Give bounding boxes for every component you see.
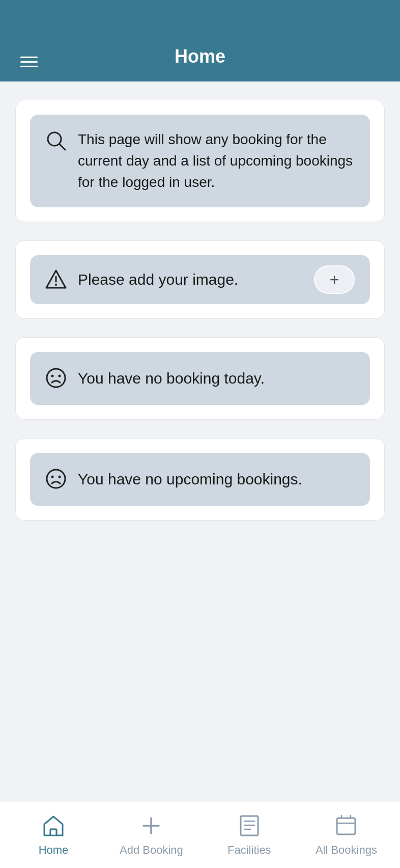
info-box: This page will show any booking for the … — [30, 115, 370, 207]
plus-icon: + — [330, 270, 339, 289]
all-bookings-icon — [334, 814, 358, 839]
home-nav-label: Home — [39, 844, 69, 857]
all-bookings-nav-label: All Bookings — [316, 844, 377, 857]
svg-point-4 — [55, 284, 57, 286]
upcoming-card-text: You have no upcoming bookings. — [78, 471, 302, 488]
home-icon — [42, 814, 65, 839]
svg-rect-11 — [50, 829, 56, 835]
main-content: This page will show any booking for the … — [0, 82, 400, 802]
image-box: Please add your image. + — [30, 255, 370, 304]
svg-point-9 — [51, 476, 54, 478]
page-title: Home — [175, 46, 225, 67]
header: Home — [0, 0, 400, 82]
alert-icon — [45, 268, 67, 292]
search-icon — [45, 130, 67, 153]
add-booking-icon — [139, 814, 163, 839]
svg-point-6 — [51, 375, 54, 377]
svg-point-8 — [47, 470, 65, 488]
svg-point-10 — [59, 476, 61, 478]
bottom-navigation: Home Add Booking Facilities — [0, 802, 400, 868]
facilities-nav-label: Facilities — [227, 844, 271, 857]
nav-item-add-booking[interactable]: Add Booking — [120, 814, 183, 857]
upcoming-box: You have no upcoming bookings. — [30, 453, 370, 506]
today-card: You have no booking today. — [15, 337, 385, 420]
facilities-icon — [238, 814, 261, 839]
nav-item-all-bookings[interactable]: All Bookings — [316, 814, 377, 857]
svg-point-7 — [59, 375, 61, 377]
info-card-text: This page will show any booking for the … — [78, 129, 355, 193]
image-card: Please add your image. + — [15, 240, 385, 319]
info-card: This page will show any booking for the … — [15, 100, 385, 222]
svg-rect-18 — [337, 818, 355, 834]
sad-icon-upcoming — [45, 468, 67, 492]
nav-item-facilities[interactable]: Facilities — [219, 814, 280, 857]
svg-point-5 — [47, 369, 65, 387]
menu-button[interactable] — [20, 57, 38, 67]
today-card-text: You have no booking today. — [78, 370, 265, 387]
today-box: You have no booking today. — [30, 352, 370, 405]
add-booking-nav-label: Add Booking — [120, 844, 183, 857]
sad-icon-today — [45, 367, 67, 391]
upcoming-card: You have no upcoming bookings. — [15, 438, 385, 521]
image-card-text: Please add your image. — [78, 271, 303, 288]
add-image-button[interactable]: + — [314, 265, 355, 294]
svg-line-1 — [60, 144, 65, 150]
nav-item-home[interactable]: Home — [23, 814, 84, 857]
